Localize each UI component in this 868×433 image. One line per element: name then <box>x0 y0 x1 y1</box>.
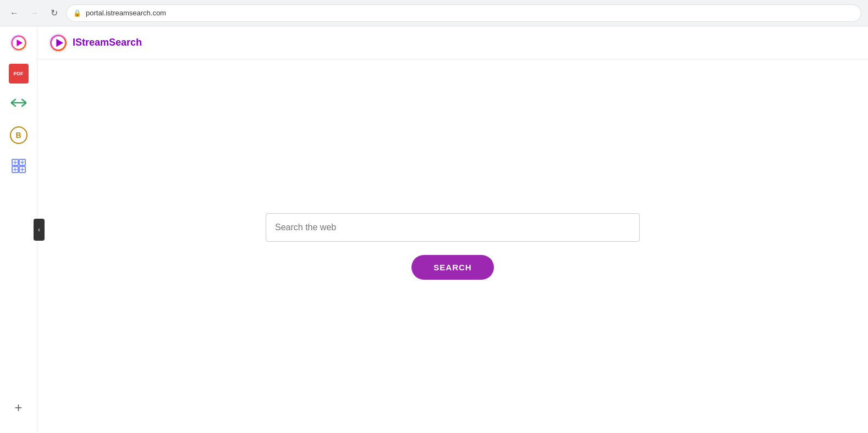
sidebar-pdf-icon[interactable]: PDF <box>8 63 30 85</box>
main-content: IStreamSearch SEARCH <box>37 26 868 433</box>
browser-window: PDF B <box>0 26 868 433</box>
search-input-container <box>266 213 640 242</box>
arrows-app-icon <box>11 95 26 114</box>
browser-chrome: ← → ↻ 🔒 portal.istreamsearch.com <box>0 0 868 26</box>
sidebar-grid-icon[interactable] <box>8 155 30 177</box>
sidebar-arrows-icon[interactable] <box>8 93 30 115</box>
forward-button[interactable]: → <box>26 5 42 21</box>
pdf-app-icon: PDF <box>9 64 29 84</box>
url-text: portal.istreamsearch.com <box>86 9 166 17</box>
top-header: IStreamSearch <box>37 26 868 59</box>
sidebar: PDF B <box>0 26 37 433</box>
lock-icon: 🔒 <box>73 9 81 17</box>
address-bar[interactable]: 🔒 portal.istreamsearch.com <box>66 4 861 22</box>
logo-text: IStreamSearch <box>73 37 142 48</box>
search-area: SEARCH <box>37 59 868 433</box>
main-logo-icon <box>48 33 68 53</box>
reload-button[interactable]: ↻ <box>46 5 62 21</box>
sidebar-toggle-button[interactable]: ‹ <box>34 219 45 241</box>
grid-app-icon <box>11 158 26 174</box>
bitcoin-app-icon: B <box>10 126 28 144</box>
sidebar-bitcoin-icon[interactable]: B <box>8 124 30 146</box>
sidebar-istream-icon[interactable] <box>8 32 30 54</box>
search-input[interactable] <box>266 213 640 242</box>
logo-area: IStreamSearch <box>48 33 142 53</box>
add-extension-button[interactable]: + <box>8 397 30 419</box>
back-button[interactable]: ← <box>7 5 22 21</box>
search-button[interactable]: SEARCH <box>411 255 493 280</box>
